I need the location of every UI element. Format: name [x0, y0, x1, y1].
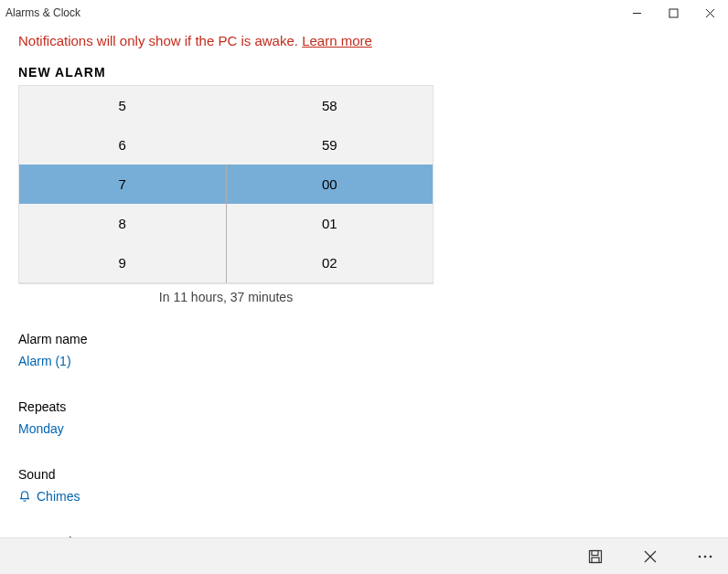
svg-rect-5: [592, 550, 598, 555]
sound-label: Sound: [18, 467, 710, 482]
cancel-button[interactable]: [637, 543, 664, 570]
hour-cell[interactable]: 7: [19, 165, 227, 204]
time-picker-row[interactable]: 8 01: [19, 204, 433, 243]
minute-cell[interactable]: 02: [227, 243, 434, 282]
alarm-name-value[interactable]: Alarm (1): [18, 354, 71, 368]
repeats-value[interactable]: Monday: [18, 421, 64, 436]
learn-more-link[interactable]: Learn more: [302, 33, 372, 48]
minute-cell[interactable]: 58: [227, 86, 434, 125]
svg-point-11: [710, 555, 712, 558]
more-button[interactable]: [691, 543, 719, 570]
save-button[interactable]: [582, 543, 609, 570]
sound-value[interactable]: Chimes: [18, 489, 80, 504]
hour-cell[interactable]: 5: [19, 86, 227, 125]
hour-cell[interactable]: 9: [19, 243, 227, 282]
titlebar: Alarms & Clock: [0, 0, 728, 26]
alarm-name-label: Alarm name: [18, 332, 710, 346]
new-alarm-heading: NEW ALARM: [18, 58, 710, 85]
bottom-bar: [0, 537, 728, 574]
time-picker[interactable]: 5 58 6 59 7 00 8 01 9 02: [18, 85, 434, 284]
sound-value-text: Chimes: [37, 489, 80, 504]
minute-cell[interactable]: 59: [227, 125, 434, 165]
hour-cell[interactable]: 6: [19, 125, 227, 165]
svg-point-9: [699, 555, 701, 558]
time-picker-row[interactable]: 9 02: [19, 243, 433, 282]
countdown-text: In 11 hours, 37 minutes: [18, 284, 434, 321]
content-area: Notifications will only show if the PC i…: [0, 26, 728, 574]
bell-icon: [18, 490, 31, 503]
window-title: Alarms & Clock: [5, 6, 80, 19]
svg-rect-1: [669, 9, 678, 17]
time-picker-row-selected[interactable]: 7 00: [19, 165, 433, 204]
svg-rect-6: [592, 558, 599, 563]
svg-point-10: [704, 555, 707, 558]
notification-banner: Notifications will only show if the PC i…: [18, 26, 710, 58]
minute-cell[interactable]: 00: [227, 165, 434, 204]
window-controls: [618, 0, 728, 26]
repeats-label: Repeats: [18, 399, 710, 414]
maximize-button[interactable]: [655, 0, 691, 26]
minimize-button[interactable]: [618, 0, 655, 26]
close-button[interactable]: [691, 0, 728, 26]
time-picker-row[interactable]: 5 58: [19, 86, 433, 125]
time-picker-row[interactable]: 6 59: [19, 125, 433, 165]
hour-cell[interactable]: 8: [19, 204, 227, 243]
notification-text: Notifications will only show if the PC i…: [18, 33, 302, 48]
minute-cell[interactable]: 01: [227, 204, 434, 243]
